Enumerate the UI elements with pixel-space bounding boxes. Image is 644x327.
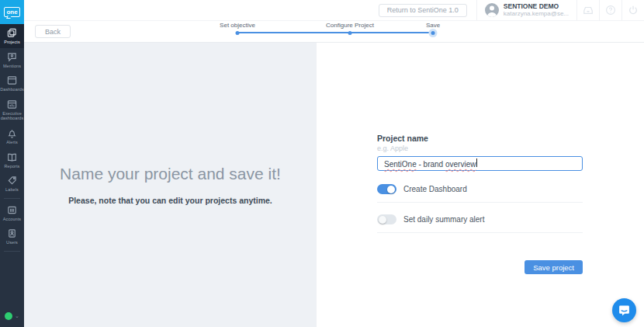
page-title: Name your project and save it! xyxy=(60,165,281,183)
inbox-icon[interactable] xyxy=(577,0,599,21)
form-panel: Project name e.g. Apple SentiOne - brand… xyxy=(317,43,644,327)
sidebar-item-accounts[interactable]: Accounts xyxy=(0,201,24,225)
instruction-panel: Name your project and save it! Please, n… xyxy=(24,43,317,327)
alerts-icon xyxy=(7,128,17,138)
sidebar-item-label: Executive dashboards xyxy=(1,111,24,121)
sidebar-item-label: Projects xyxy=(4,40,20,45)
input-text-segment: SentiOne xyxy=(384,160,417,169)
chevron-down-icon: ⌄ xyxy=(15,313,19,319)
sidebar-divider xyxy=(4,198,20,199)
step-dot-configure-project xyxy=(348,31,352,35)
users-icon xyxy=(7,228,17,238)
status-dot-green xyxy=(5,312,12,320)
sidebar-divider xyxy=(4,251,20,252)
sidebar-item-alerts[interactable]: Alerts xyxy=(0,124,24,148)
sidebar-item-label: Labels xyxy=(5,187,19,193)
input-text-segment: - brand xyxy=(417,160,445,169)
page-subtext: Please, note that you can edit your proj… xyxy=(68,196,272,205)
accounts-icon xyxy=(7,205,17,215)
help-icon[interactable] xyxy=(600,0,621,21)
user-menu[interactable]: SENTIONE DEMO katarzyna.kempa@se... xyxy=(477,2,576,19)
toggle-on-icon[interactable] xyxy=(377,184,396,194)
reports-icon xyxy=(7,152,17,162)
sidebar-item-reports[interactable]: Reports xyxy=(0,148,24,172)
step-save[interactable]: Save xyxy=(426,22,440,29)
toggle-off-icon[interactable] xyxy=(377,214,396,224)
wizard-nav-bar: Back Set objective Configure Project Sav… xyxy=(24,21,644,43)
input-text-segment: overview xyxy=(445,160,476,169)
return-to-sentione-button[interactable]: Return to SentiOne 1.0 xyxy=(379,4,467,17)
sidebar-item-projects[interactable]: Projects xyxy=(0,24,24,48)
labels-icon xyxy=(7,176,17,186)
mentions-icon xyxy=(7,52,17,62)
top-bar: Return to SentiOne 1.0 SENTIONE DEMO kat… xyxy=(24,0,644,21)
project-name-input[interactable]: SentiOne - brand overview xyxy=(377,156,583,171)
sidebar-item-executive-dashboards[interactable]: Executive dashboards xyxy=(0,96,24,124)
sidebar-item-mentions[interactable]: Mentions xyxy=(0,48,24,72)
avatar xyxy=(485,3,499,17)
chat-widget-button[interactable] xyxy=(612,298,636,322)
toggle-label: Create Dashboard xyxy=(403,185,467,193)
save-project-button[interactable]: Save project xyxy=(525,260,583,274)
step-set-objective[interactable]: Set objective xyxy=(220,22,255,29)
power-icon[interactable] xyxy=(622,0,644,21)
sidebar-item-label: Reports xyxy=(5,164,20,169)
project-name-label: Project name xyxy=(377,134,583,143)
sidebar: Projects Mentions Dashboards Executive d… xyxy=(0,24,24,327)
sentione-logo[interactable]: one xyxy=(0,0,24,24)
executive-dashboards-icon xyxy=(7,99,17,110)
toggle-label: Set daily summary alert xyxy=(403,215,484,224)
step-dot-set-objective xyxy=(236,31,240,35)
sidebar-item-label: Dashboards xyxy=(0,87,24,92)
sidebar-item-label: Mentions xyxy=(3,64,21,69)
user-email: katarzyna.kempa@se... xyxy=(504,10,569,18)
text-cursor xyxy=(476,158,477,167)
user-name: SENTIONE DEMO xyxy=(504,2,569,11)
sidebar-item-users[interactable]: Users xyxy=(0,224,24,249)
logo-speech-bubble: one xyxy=(4,7,19,17)
sidebar-item-dashboards[interactable]: Dashboards xyxy=(0,71,24,96)
sidebar-item-label: Alerts xyxy=(6,140,18,145)
project-name-hint: e.g. Apple xyxy=(377,144,583,152)
daily-summary-alert-toggle-row[interactable]: Set daily summary alert xyxy=(377,214,583,233)
step-configure-project[interactable]: Configure Project xyxy=(326,22,374,29)
sidebar-item-label: Users xyxy=(6,240,18,245)
stepper-progress-line xyxy=(237,32,432,33)
app-window: one Return to SentiOne 1.0 SENTIONE DEMO… xyxy=(0,0,644,327)
create-dashboard-toggle-row[interactable]: Create Dashboard xyxy=(377,184,583,203)
projects-icon xyxy=(7,28,17,38)
chat-bubble-icon xyxy=(618,304,631,317)
back-button[interactable]: Back xyxy=(35,25,71,38)
connection-status[interactable]: ⌄ xyxy=(0,306,24,327)
dashboards-icon xyxy=(7,75,17,85)
step-dot-save xyxy=(431,31,435,35)
sidebar-item-labels[interactable]: Labels xyxy=(0,172,24,196)
project-save-form: Project name e.g. Apple SentiOne - brand… xyxy=(377,134,583,233)
sidebar-item-label: Accounts xyxy=(3,217,21,222)
